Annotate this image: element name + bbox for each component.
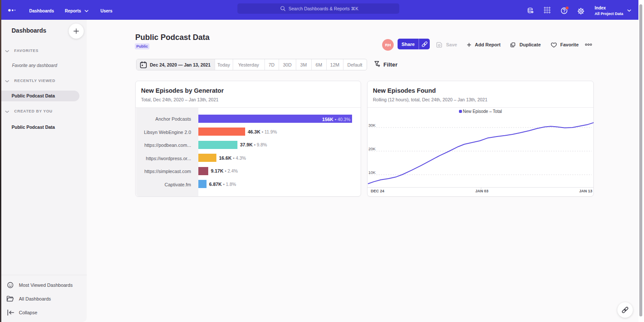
svg-text:20K: 20K xyxy=(368,146,376,151)
svg-text:10K: 10K xyxy=(368,170,376,175)
svg-text:30K: 30K xyxy=(368,123,376,128)
